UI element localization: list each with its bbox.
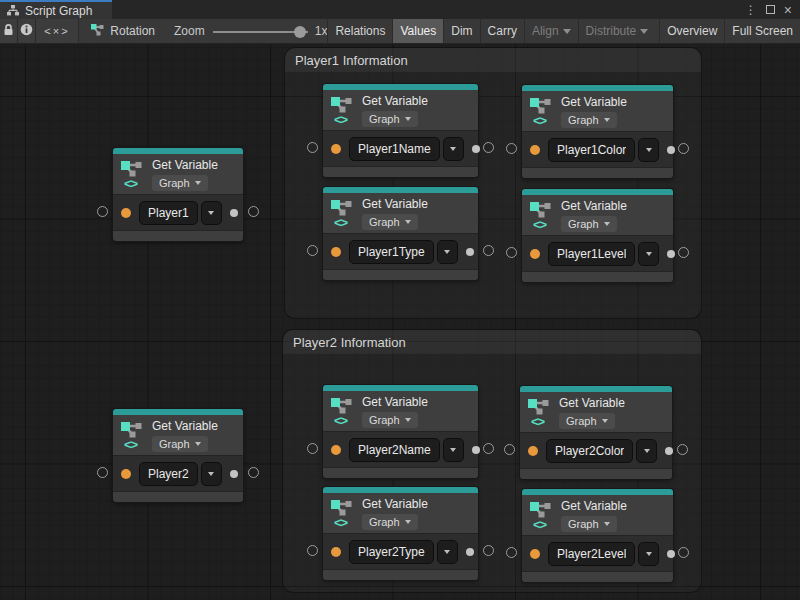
input-port-dot[interactable]: [530, 249, 540, 259]
node-get-variable-player1[interactable]: <> Get Variable Graph Player1: [113, 148, 243, 241]
variable-name-field[interactable]: Player2Type: [349, 540, 434, 564]
output-port-dot[interactable]: [667, 146, 675, 154]
port-ring-right[interactable]: [483, 245, 494, 256]
input-port-dot[interactable]: [331, 445, 341, 455]
input-port-dot[interactable]: [121, 208, 131, 218]
node-get-variable-player2name[interactable]: <> Get Variable Graph Player2Name: [323, 385, 478, 478]
variable-dropdown-button[interactable]: [638, 542, 659, 566]
variable-name-field[interactable]: Player1: [139, 201, 198, 225]
variable-dropdown-button[interactable]: [201, 462, 222, 486]
port-ring-left[interactable]: [307, 245, 318, 256]
port-ring-left[interactable]: [307, 545, 318, 556]
variable-name-field[interactable]: Player2: [139, 462, 198, 486]
variable-name-field[interactable]: Player2Level: [548, 542, 635, 566]
node-header[interactable]: <> Get Variable Graph: [323, 90, 478, 130]
input-port-dot[interactable]: [530, 549, 540, 559]
port-ring-left[interactable]: [506, 143, 517, 154]
node-get-variable-player2level[interactable]: <> Get Variable Graph Player2Level: [522, 489, 673, 582]
node-get-variable-player1type[interactable]: <> Get Variable Graph Player1Type: [323, 187, 478, 280]
node-get-variable-player1color[interactable]: <> Get Variable Graph Player1Color: [522, 85, 673, 178]
port-ring-left[interactable]: [307, 142, 318, 153]
port-ring-right[interactable]: [483, 142, 494, 153]
output-port-dot[interactable]: [472, 145, 480, 153]
variable-name-field[interactable]: Player1Level: [548, 242, 635, 266]
distribute-dropdown-button[interactable]: Distribute: [578, 19, 656, 43]
full-screen-button[interactable]: Full Screen: [724, 19, 800, 43]
port-ring-right[interactable]: [678, 247, 689, 258]
group-header[interactable]: Player2 Information: [283, 330, 701, 354]
node-header[interactable]: <> Get Variable Graph: [113, 154, 243, 194]
input-port-dot[interactable]: [528, 446, 538, 456]
input-port-dot[interactable]: [331, 144, 341, 154]
close-icon[interactable]: ×: [784, 3, 792, 17]
port-ring-right[interactable]: [678, 143, 689, 154]
node-get-variable-player1name[interactable]: <> Get Variable Graph Player1Name: [323, 84, 478, 177]
port-ring-left[interactable]: [506, 247, 517, 258]
variable-name-field[interactable]: Player1Type: [349, 240, 434, 264]
port-ring-right[interactable]: [483, 545, 494, 556]
output-port-dot[interactable]: [466, 248, 474, 256]
node-get-variable-player2[interactable]: <> Get Variable Graph Player2: [113, 409, 243, 502]
relations-button[interactable]: Relations: [327, 19, 392, 43]
group-header[interactable]: Player1 Information: [285, 48, 701, 72]
input-port-dot[interactable]: [331, 547, 341, 557]
variable-dropdown-button[interactable]: [201, 201, 222, 225]
output-port-dot[interactable]: [665, 447, 673, 455]
output-port-dot[interactable]: [667, 550, 675, 558]
node-header[interactable]: <> Get Variable Graph: [113, 415, 243, 455]
node-header[interactable]: <> Get Variable Graph: [522, 91, 673, 131]
graph-scope-dropdown[interactable]: Graph: [561, 112, 617, 128]
graph-scope-dropdown[interactable]: Graph: [362, 214, 418, 230]
variable-dropdown-button[interactable]: [636, 439, 657, 463]
port-ring-left[interactable]: [506, 547, 517, 558]
overview-button[interactable]: Overview: [659, 19, 724, 43]
variable-dropdown-button[interactable]: [638, 138, 659, 162]
graph-scope-dropdown[interactable]: Graph: [362, 412, 418, 428]
port-ring-left[interactable]: [307, 443, 318, 454]
variable-dropdown-button[interactable]: [443, 438, 464, 462]
values-button[interactable]: Values: [392, 19, 443, 43]
graph-scope-dropdown[interactable]: Graph: [362, 514, 418, 530]
graph-canvas[interactable]: Player1 Information Player2 Information …: [0, 44, 800, 600]
output-port-dot[interactable]: [667, 250, 675, 258]
node-header[interactable]: <> Get Variable Graph: [522, 495, 673, 535]
value-inspect-button[interactable]: <×>: [36, 19, 80, 43]
node-header[interactable]: <> Get Variable Graph: [323, 391, 478, 431]
node-header[interactable]: <> Get Variable Graph: [520, 392, 672, 432]
variable-name-field[interactable]: Player1Name: [349, 137, 440, 161]
node-get-variable-player1level[interactable]: <> Get Variable Graph Player1Level: [522, 189, 673, 282]
zoom-slider[interactable]: [213, 19, 308, 44]
graph-scope-dropdown[interactable]: Graph: [152, 436, 208, 452]
tab-script-graph[interactable]: Script Graph: [0, 0, 112, 19]
variable-dropdown-button[interactable]: [638, 242, 659, 266]
carry-button[interactable]: Carry: [480, 19, 524, 43]
variable-dropdown-button[interactable]: [443, 137, 464, 161]
dim-button[interactable]: Dim: [443, 19, 479, 43]
port-ring-right[interactable]: [248, 467, 259, 478]
variable-dropdown-button[interactable]: [437, 540, 458, 564]
output-port-dot[interactable]: [466, 548, 474, 556]
rotation-control[interactable]: Rotation: [90, 19, 155, 43]
align-dropdown-button[interactable]: Align: [524, 19, 578, 43]
node-get-variable-player2color[interactable]: <> Get Variable Graph Player2Color: [520, 386, 672, 479]
node-header[interactable]: <> Get Variable Graph: [323, 493, 478, 533]
zoom-slider-handle[interactable]: [294, 26, 306, 38]
graph-scope-dropdown[interactable]: Graph: [561, 216, 617, 232]
port-ring-left[interactable]: [504, 444, 515, 455]
port-ring-right[interactable]: [483, 443, 494, 454]
variable-name-field[interactable]: Player2Color: [546, 439, 633, 463]
input-port-dot[interactable]: [121, 469, 131, 479]
graph-scope-dropdown[interactable]: Graph: [152, 175, 208, 191]
graph-scope-dropdown[interactable]: Graph: [559, 413, 615, 429]
maximize-icon[interactable]: [766, 5, 775, 14]
port-ring-right[interactable]: [248, 206, 259, 217]
port-ring-left[interactable]: [97, 206, 108, 217]
output-port-dot[interactable]: [230, 470, 238, 478]
node-header[interactable]: <> Get Variable Graph: [323, 193, 478, 233]
variable-name-field[interactable]: Player2Name: [349, 438, 440, 462]
variable-name-field[interactable]: Player1Color: [548, 138, 635, 162]
port-ring-right[interactable]: [678, 547, 689, 558]
graph-scope-dropdown[interactable]: Graph: [362, 111, 418, 127]
input-port-dot[interactable]: [331, 247, 341, 257]
graph-scope-dropdown[interactable]: Graph: [561, 516, 617, 532]
